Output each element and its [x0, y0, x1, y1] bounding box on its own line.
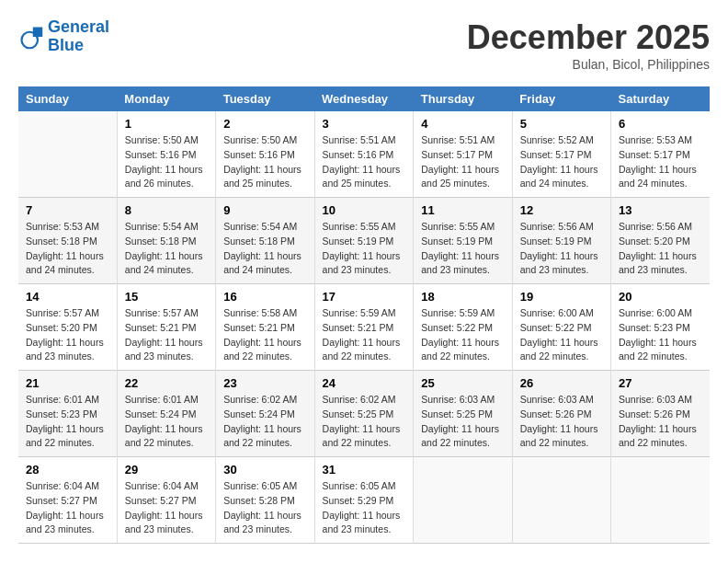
table-row: 13Sunrise: 5:56 AMSunset: 5:20 PMDayligh…: [611, 198, 710, 284]
day-number: 4: [421, 117, 505, 131]
table-row: 1Sunrise: 5:50 AMSunset: 5:16 PMDaylight…: [117, 111, 215, 198]
logo-icon: [18, 24, 44, 50]
day-info: Sunrise: 5:50 AMSunset: 5:16 PMDaylight:…: [125, 133, 208, 191]
table-row: 30Sunrise: 6:05 AMSunset: 5:28 PMDayligh…: [216, 457, 314, 544]
day-info: Sunrise: 6:01 AMSunset: 5:23 PMDaylight:…: [26, 393, 109, 451]
table-row: 23Sunrise: 6:02 AMSunset: 5:24 PMDayligh…: [216, 371, 314, 457]
day-info: Sunrise: 5:51 AMSunset: 5:17 PMDaylight:…: [421, 133, 505, 191]
day-info: Sunrise: 5:50 AMSunset: 5:16 PMDaylight:…: [223, 133, 306, 191]
day-info: Sunrise: 5:55 AMSunset: 5:19 PMDaylight:…: [421, 220, 505, 278]
day-info: Sunrise: 6:01 AMSunset: 5:24 PMDaylight:…: [125, 393, 208, 451]
col-tuesday: Tuesday: [216, 86, 314, 111]
day-number: 19: [520, 290, 603, 304]
table-row: 11Sunrise: 5:55 AMSunset: 5:19 PMDayligh…: [414, 198, 513, 284]
table-row: 15Sunrise: 5:57 AMSunset: 5:21 PMDayligh…: [117, 284, 215, 371]
table-row: 9Sunrise: 5:54 AMSunset: 5:18 PMDaylight…: [216, 198, 314, 284]
calendar-header: Sunday Monday Tuesday Wednesday Thursday…: [18, 86, 710, 111]
table-row: 25Sunrise: 6:03 AMSunset: 5:25 PMDayligh…: [414, 371, 513, 457]
day-number: 14: [26, 290, 109, 304]
day-number: 26: [520, 376, 603, 390]
day-number: 3: [323, 117, 406, 131]
table-row: [18, 111, 117, 198]
day-number: 15: [125, 290, 208, 304]
table-row: 24Sunrise: 6:02 AMSunset: 5:25 PMDayligh…: [314, 371, 414, 457]
logo-text: General Blue: [48, 18, 109, 55]
col-wednesday: Wednesday: [314, 86, 414, 111]
day-number: 13: [619, 203, 702, 217]
table-row: 17Sunrise: 5:59 AMSunset: 5:21 PMDayligh…: [314, 284, 414, 371]
day-number: 29: [125, 463, 208, 477]
table-row: 4Sunrise: 5:51 AMSunset: 5:17 PMDaylight…: [414, 111, 513, 198]
location: Bulan, Bicol, Philippines: [467, 57, 710, 72]
day-info: Sunrise: 5:55 AMSunset: 5:19 PMDaylight:…: [323, 220, 406, 278]
col-monday: Monday: [117, 86, 215, 111]
logo-line1: General: [48, 17, 109, 36]
day-info: Sunrise: 5:56 AMSunset: 5:19 PMDaylight:…: [520, 220, 603, 278]
day-number: 31: [323, 463, 406, 477]
table-row: 26Sunrise: 6:03 AMSunset: 5:26 PMDayligh…: [512, 371, 610, 457]
day-info: Sunrise: 5:52 AMSunset: 5:17 PMDaylight:…: [520, 133, 603, 191]
day-number: 8: [125, 203, 208, 217]
logo: General Blue: [18, 18, 109, 55]
day-number: 16: [223, 290, 306, 304]
table-row: 19Sunrise: 6:00 AMSunset: 5:22 PMDayligh…: [512, 284, 610, 371]
day-info: Sunrise: 5:53 AMSunset: 5:17 PMDaylight:…: [619, 133, 702, 191]
title-block: December 2025 Bulan, Bicol, Philippines: [467, 18, 710, 72]
table-row: 18Sunrise: 5:59 AMSunset: 5:22 PMDayligh…: [414, 284, 513, 371]
day-number: 30: [223, 463, 306, 477]
day-number: 10: [323, 203, 406, 217]
day-info: Sunrise: 5:57 AMSunset: 5:21 PMDaylight:…: [125, 306, 208, 364]
day-info: Sunrise: 5:54 AMSunset: 5:18 PMDaylight:…: [125, 220, 208, 278]
day-number: 17: [323, 290, 406, 304]
table-row: 29Sunrise: 6:04 AMSunset: 5:27 PMDayligh…: [117, 457, 215, 544]
table-row: 21Sunrise: 6:01 AMSunset: 5:23 PMDayligh…: [18, 371, 117, 457]
table-row: 10Sunrise: 5:55 AMSunset: 5:19 PMDayligh…: [314, 198, 414, 284]
day-info: Sunrise: 6:00 AMSunset: 5:23 PMDaylight:…: [619, 306, 702, 364]
page-header: General Blue December 2025 Bulan, Bicol,…: [18, 18, 710, 72]
day-info: Sunrise: 6:02 AMSunset: 5:24 PMDaylight:…: [223, 393, 306, 451]
table-row: 2Sunrise: 5:50 AMSunset: 5:16 PMDaylight…: [216, 111, 314, 198]
day-number: 22: [125, 376, 208, 390]
table-row: [512, 457, 610, 544]
day-number: 25: [421, 376, 505, 390]
day-info: Sunrise: 6:04 AMSunset: 5:27 PMDaylight:…: [125, 479, 208, 537]
table-row: 5Sunrise: 5:52 AMSunset: 5:17 PMDaylight…: [512, 111, 610, 198]
table-row: 14Sunrise: 5:57 AMSunset: 5:20 PMDayligh…: [18, 284, 117, 371]
day-number: 18: [421, 290, 505, 304]
day-number: 1: [125, 117, 208, 131]
day-info: Sunrise: 5:59 AMSunset: 5:21 PMDaylight:…: [323, 306, 406, 364]
day-info: Sunrise: 5:56 AMSunset: 5:20 PMDaylight:…: [619, 220, 702, 278]
day-number: 5: [520, 117, 603, 131]
calendar-body: 1Sunrise: 5:50 AMSunset: 5:16 PMDaylight…: [18, 111, 710, 544]
table-row: 12Sunrise: 5:56 AMSunset: 5:19 PMDayligh…: [512, 198, 610, 284]
svg-point-2: [22, 32, 39, 49]
day-number: 24: [323, 376, 406, 390]
table-row: 8Sunrise: 5:54 AMSunset: 5:18 PMDaylight…: [117, 198, 215, 284]
day-number: 7: [26, 203, 109, 217]
col-sunday: Sunday: [18, 86, 117, 111]
col-saturday: Saturday: [611, 86, 710, 111]
day-number: 28: [26, 463, 109, 477]
table-row: 22Sunrise: 6:01 AMSunset: 5:24 PMDayligh…: [117, 371, 215, 457]
day-info: Sunrise: 5:59 AMSunset: 5:22 PMDaylight:…: [421, 306, 505, 364]
logo-line2: Blue: [48, 36, 84, 54]
day-info: Sunrise: 6:03 AMSunset: 5:26 PMDaylight:…: [520, 393, 603, 451]
day-info: Sunrise: 5:57 AMSunset: 5:20 PMDaylight:…: [26, 306, 109, 364]
day-info: Sunrise: 6:05 AMSunset: 5:29 PMDaylight:…: [323, 479, 406, 537]
table-row: [611, 457, 710, 544]
day-info: Sunrise: 5:51 AMSunset: 5:16 PMDaylight:…: [323, 133, 406, 191]
day-info: Sunrise: 5:53 AMSunset: 5:18 PMDaylight:…: [26, 220, 109, 278]
day-number: 12: [520, 203, 603, 217]
day-info: Sunrise: 6:05 AMSunset: 5:28 PMDaylight:…: [223, 479, 306, 537]
day-number: 2: [223, 117, 306, 131]
month-title: December 2025: [467, 18, 710, 57]
day-info: Sunrise: 5:58 AMSunset: 5:21 PMDaylight:…: [223, 306, 306, 364]
day-number: 27: [619, 376, 702, 390]
day-number: 21: [26, 376, 109, 390]
day-info: Sunrise: 6:02 AMSunset: 5:25 PMDaylight:…: [323, 393, 406, 451]
table-row: 16Sunrise: 5:58 AMSunset: 5:21 PMDayligh…: [216, 284, 314, 371]
table-row: 7Sunrise: 5:53 AMSunset: 5:18 PMDaylight…: [18, 198, 117, 284]
day-number: 20: [619, 290, 702, 304]
day-info: Sunrise: 6:03 AMSunset: 5:25 PMDaylight:…: [421, 393, 505, 451]
day-number: 11: [421, 203, 505, 217]
